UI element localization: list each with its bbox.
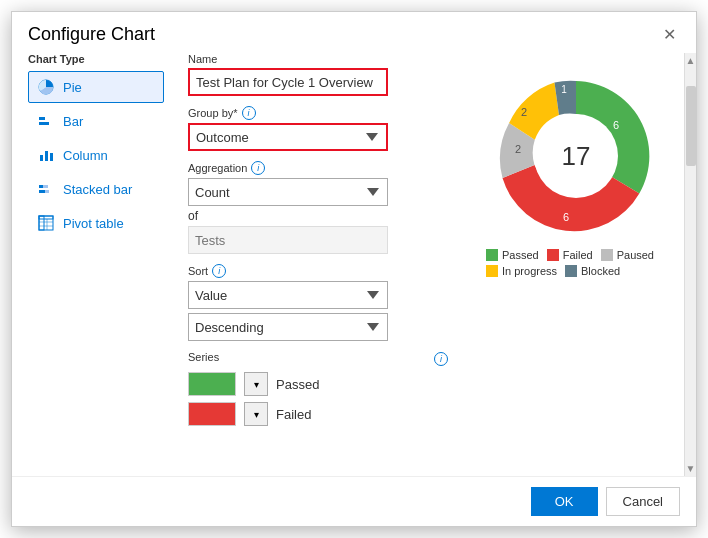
- chart-type-stacked-bar-label: Stacked bar: [63, 182, 132, 197]
- svg-rect-9: [45, 190, 49, 193]
- svg-rect-1: [39, 117, 45, 120]
- configure-chart-dialog: Configure Chart ✕ Chart Type: [11, 11, 697, 527]
- legend-color-passed: [486, 249, 498, 261]
- legend-passed: Passed: [486, 249, 539, 261]
- chart-type-pivot-table-label: Pivot table: [63, 216, 124, 231]
- chart-type-label: Chart Type: [28, 53, 164, 65]
- dialog-title: Configure Chart: [28, 24, 155, 45]
- dialog-titlebar: Configure Chart ✕: [12, 12, 696, 53]
- group-by-select[interactable]: Outcome Priority Assigned To: [188, 123, 388, 151]
- series-dropdown-passed[interactable]: ▾: [244, 372, 268, 396]
- legend-label-paused: Paused: [617, 249, 654, 261]
- scroll-down-arrow[interactable]: ▼: [686, 463, 696, 474]
- name-label: Name: [188, 53, 448, 65]
- chart-type-bar[interactable]: Bar: [28, 105, 164, 137]
- legend-color-paused: [601, 249, 613, 261]
- pie-icon: [37, 78, 55, 96]
- svg-text:2: 2: [521, 106, 527, 118]
- series-row-passed: ▾ Passed: [188, 372, 448, 396]
- scroll-up-arrow[interactable]: ▲: [686, 55, 696, 66]
- chart-type-bar-label: Bar: [63, 114, 83, 129]
- group-by-label: Group by* i: [188, 106, 448, 120]
- legend-label-failed: Failed: [563, 249, 593, 261]
- svg-rect-5: [50, 153, 53, 161]
- aggregation-field-group: Aggregation i Count Sum Average of: [188, 161, 448, 254]
- chart-type-pie-label: Pie: [63, 80, 82, 95]
- svg-rect-8: [39, 190, 45, 193]
- chart-panel: 6 6 2 2 1 17 Passed Failed: [464, 53, 684, 476]
- cancel-button[interactable]: Cancel: [606, 487, 680, 516]
- svg-rect-3: [40, 155, 43, 161]
- svg-rect-7: [43, 185, 48, 188]
- group-by-field-group: Group by* i Outcome Priority Assigned To: [188, 106, 448, 151]
- series-header: Series i: [188, 351, 448, 366]
- series-label-failed: Failed: [276, 407, 311, 422]
- series-info-icon[interactable]: i: [434, 352, 448, 366]
- close-button[interactable]: ✕: [659, 25, 680, 45]
- name-input[interactable]: [188, 68, 388, 96]
- sort-field-group: Sort i Value Label Descending Ascending: [188, 264, 448, 341]
- chart-type-column-label: Column: [63, 148, 108, 163]
- legend-label-blocked: Blocked: [581, 265, 620, 277]
- chart-type-list: Pie Bar: [28, 71, 164, 239]
- series-field-group: Series i ▾ Passed ▾ Failed: [188, 351, 448, 426]
- svg-rect-2: [39, 122, 49, 125]
- legend-color-blocked: [565, 265, 577, 277]
- donut-center-value: 17: [562, 141, 591, 172]
- chart-type-column[interactable]: Column: [28, 139, 164, 171]
- series-dropdown-failed[interactable]: ▾: [244, 402, 268, 426]
- sort-select[interactable]: Value Label: [188, 281, 388, 309]
- series-color-passed[interactable]: [188, 372, 236, 396]
- svg-rect-4: [45, 151, 48, 161]
- chart-legend: Passed Failed Paused In progress Blocked: [486, 249, 666, 277]
- donut-chart: 6 6 2 2 1 17: [486, 71, 666, 241]
- group-by-info-icon[interactable]: i: [242, 106, 256, 120]
- sort-label: Sort i: [188, 264, 448, 278]
- of-label: of: [188, 209, 448, 223]
- dialog-footer: OK Cancel: [12, 476, 696, 526]
- chart-type-pie[interactable]: Pie: [28, 71, 164, 103]
- legend-color-failed: [547, 249, 559, 261]
- svg-text:2: 2: [515, 143, 521, 155]
- aggregation-select[interactable]: Count Sum Average: [188, 178, 388, 206]
- legend-paused: Paused: [601, 249, 654, 261]
- stacked-bar-icon: [37, 180, 55, 198]
- legend-inprogress: In progress: [486, 265, 557, 277]
- aggregation-info-icon[interactable]: i: [251, 161, 265, 175]
- chart-type-stacked-bar[interactable]: Stacked bar: [28, 173, 164, 205]
- legend-failed: Failed: [547, 249, 593, 261]
- dialog-body: Chart Type Pie: [12, 53, 696, 476]
- config-panel: Name Group by* i Outcome Priority Assign…: [172, 53, 464, 476]
- series-label-passed: Passed: [276, 377, 319, 392]
- ok-button[interactable]: OK: [531, 487, 598, 516]
- svg-rect-12: [39, 216, 53, 230]
- legend-blocked: Blocked: [565, 265, 620, 277]
- pivot-table-icon: [37, 214, 55, 232]
- series-color-failed[interactable]: [188, 402, 236, 426]
- svg-rect-6: [39, 185, 43, 188]
- chart-type-panel: Chart Type Pie: [12, 53, 172, 476]
- series-label: Series: [188, 351, 219, 363]
- name-field-group: Name: [188, 53, 448, 96]
- sort-order-select[interactable]: Descending Ascending: [188, 313, 388, 341]
- legend-color-inprogress: [486, 265, 498, 277]
- sort-info-icon[interactable]: i: [212, 264, 226, 278]
- svg-text:6: 6: [563, 211, 569, 223]
- svg-text:6: 6: [613, 119, 619, 131]
- bar-icon: [37, 112, 55, 130]
- scrollbar-thumb[interactable]: [686, 86, 696, 166]
- column-icon: [37, 146, 55, 164]
- of-input: [188, 226, 388, 254]
- chart-type-pivot-table[interactable]: Pivot table: [28, 207, 164, 239]
- svg-rect-11: [39, 216, 44, 230]
- legend-label-passed: Passed: [502, 249, 539, 261]
- scrollbar[interactable]: ▲ ▼: [684, 53, 696, 476]
- series-row-failed: ▾ Failed: [188, 402, 448, 426]
- legend-label-inprogress: In progress: [502, 265, 557, 277]
- aggregation-label: Aggregation i: [188, 161, 448, 175]
- svg-text:1: 1: [561, 84, 567, 95]
